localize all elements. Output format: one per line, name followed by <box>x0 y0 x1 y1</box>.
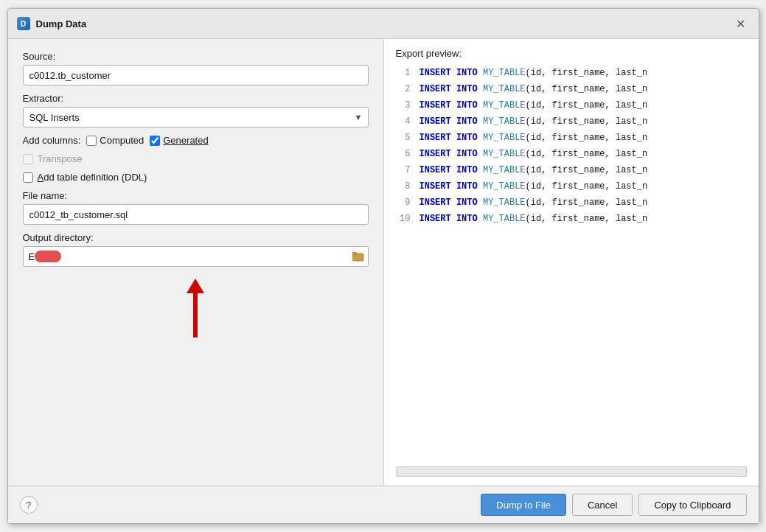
code-content: INSERT INTO MY_TABLE(id, first_name, las… <box>419 211 648 227</box>
dump-data-dialog: D Dump Data ✕ Source: Extractor: SQL Ins… <box>7 8 759 524</box>
close-button[interactable]: ✕ <box>732 15 750 32</box>
line-number: 5 <box>396 130 419 146</box>
right-panel: Export preview: 1 INSERT INTO MY_TABLE(i… <box>384 39 759 486</box>
title-bar-left: D Dump Data <box>17 17 87 30</box>
filename-input[interactable] <box>23 204 369 225</box>
output-dir-label: Output directory: <box>23 232 369 243</box>
line-number: 10 <box>396 211 419 227</box>
copy-to-clipboard-button[interactable]: Copy to Clipboard <box>638 494 746 516</box>
arrow-annotation <box>23 280 369 339</box>
output-dir-wrap: E <box>23 246 369 267</box>
add-columns-label: Add columns: <box>23 135 81 146</box>
code-area[interactable]: 1 INSERT INTO MY_TABLE(id, first_name, l… <box>396 65 747 463</box>
code-content: INSERT INTO MY_TABLE(id, first_name, las… <box>419 81 648 97</box>
code-line: 9 INSERT INTO MY_TABLE(id, first_name, l… <box>396 195 747 211</box>
computed-label[interactable]: Computed <box>100 135 144 146</box>
code-content: INSERT INTO MY_TABLE(id, first_name, las… <box>419 113 648 130</box>
line-number: 3 <box>396 97 419 113</box>
extractor-select[interactable]: SQL Inserts CSV HTML JSON XML <box>23 107 369 127</box>
svg-rect-1 <box>352 253 357 255</box>
dialog-body: Source: Extractor: SQL Inserts CSV HTML … <box>8 39 759 486</box>
source-section: Source: <box>23 51 369 85</box>
generated-checkbox-group: Generated <box>150 135 208 146</box>
code-content: INSERT INTO MY_TABLE(id, first_name, las… <box>419 178 648 195</box>
generated-checkbox[interactable] <box>150 136 160 146</box>
dialog-icon: D <box>17 17 30 30</box>
code-line: 1 INSERT INTO MY_TABLE(id, first_name, l… <box>396 65 747 81</box>
generated-label[interactable]: Generated <box>163 135 208 146</box>
output-dir-input[interactable] <box>23 246 369 267</box>
dump-to-file-button[interactable]: Dump to File <box>481 494 566 516</box>
filename-section: File name: <box>23 190 369 225</box>
title-bar: D Dump Data ✕ <box>8 9 759 39</box>
line-number: 6 <box>396 146 419 162</box>
line-number: 2 <box>396 81 419 97</box>
folder-icon <box>352 251 364 262</box>
help-button[interactable]: ? <box>20 496 38 514</box>
left-panel: Source: Extractor: SQL Inserts CSV HTML … <box>8 39 384 486</box>
dialog-footer: ? Dump to File Cancel Copy to Clipboard <box>8 486 759 523</box>
arrow-shaft <box>193 293 198 337</box>
code-line: 6 INSERT INTO MY_TABLE(id, first_name, l… <box>396 146 747 162</box>
code-content: INSERT INTO MY_TABLE(id, first_name, las… <box>419 162 648 178</box>
line-number: 7 <box>396 162 419 178</box>
computed-checkbox-group: Computed <box>86 135 144 146</box>
code-line: 7 INSERT INTO MY_TABLE(id, first_name, l… <box>396 162 747 178</box>
dialog-title: Dump Data <box>36 18 87 29</box>
code-line: 8 INSERT INTO MY_TABLE(id, first_name, l… <box>396 178 747 195</box>
line-number: 4 <box>396 113 419 130</box>
code-line: 10 INSERT INTO MY_TABLE(id, first_name, … <box>396 211 747 227</box>
transpose-row: Transpose <box>23 153 369 164</box>
output-dir-section: Output directory: E <box>23 232 369 267</box>
footer-left: ? <box>20 496 38 514</box>
line-number: 8 <box>396 178 419 195</box>
code-content: INSERT INTO MY_TABLE(id, first_name, las… <box>419 195 648 211</box>
extractor-wrapper: SQL Inserts CSV HTML JSON XML ▼ <box>23 107 369 127</box>
code-line: 3 INSERT INTO MY_TABLE(id, first_name, l… <box>396 97 747 113</box>
arrow-head <box>187 279 204 293</box>
extractor-section: Extractor: SQL Inserts CSV HTML JSON XML… <box>23 93 369 127</box>
source-label: Source: <box>23 51 369 62</box>
ddl-row: Add table definition (DDL) <box>23 172 369 183</box>
transpose-checkbox <box>23 154 33 164</box>
horizontal-scrollbar[interactable] <box>396 466 747 477</box>
transpose-label: Transpose <box>38 153 83 164</box>
code-content: INSERT INTO MY_TABLE(id, first_name, las… <box>419 146 648 162</box>
cancel-button[interactable]: Cancel <box>572 494 633 516</box>
footer-right: Dump to File Cancel Copy to Clipboard <box>481 494 746 516</box>
source-input[interactable] <box>23 65 369 85</box>
filename-label: File name: <box>23 190 369 201</box>
line-number: 9 <box>396 195 419 211</box>
code-content: INSERT INTO MY_TABLE(id, first_name, las… <box>419 97 648 113</box>
red-arrow <box>187 280 204 337</box>
browse-folder-button[interactable] <box>349 248 367 265</box>
code-content: INSERT INTO MY_TABLE(id, first_name, las… <box>419 65 648 81</box>
code-content: INSERT INTO MY_TABLE(id, first_name, las… <box>419 130 648 146</box>
export-preview-label: Export preview: <box>396 48 747 59</box>
extractor-label: Extractor: <box>23 93 369 104</box>
computed-checkbox[interactable] <box>86 136 97 146</box>
add-columns-row: Add columns: Computed Generated <box>23 135 369 146</box>
ddl-label[interactable]: Add table definition (DDL) <box>38 172 147 183</box>
code-line: 2 INSERT INTO MY_TABLE(id, first_name, l… <box>396 81 747 97</box>
code-line: 4 INSERT INTO MY_TABLE(id, first_name, l… <box>396 113 747 130</box>
line-number: 1 <box>396 65 419 81</box>
code-line: 5 INSERT INTO MY_TABLE(id, first_name, l… <box>396 130 747 146</box>
ddl-checkbox[interactable] <box>23 172 33 183</box>
ddl-label-a-underline: A <box>38 172 44 183</box>
